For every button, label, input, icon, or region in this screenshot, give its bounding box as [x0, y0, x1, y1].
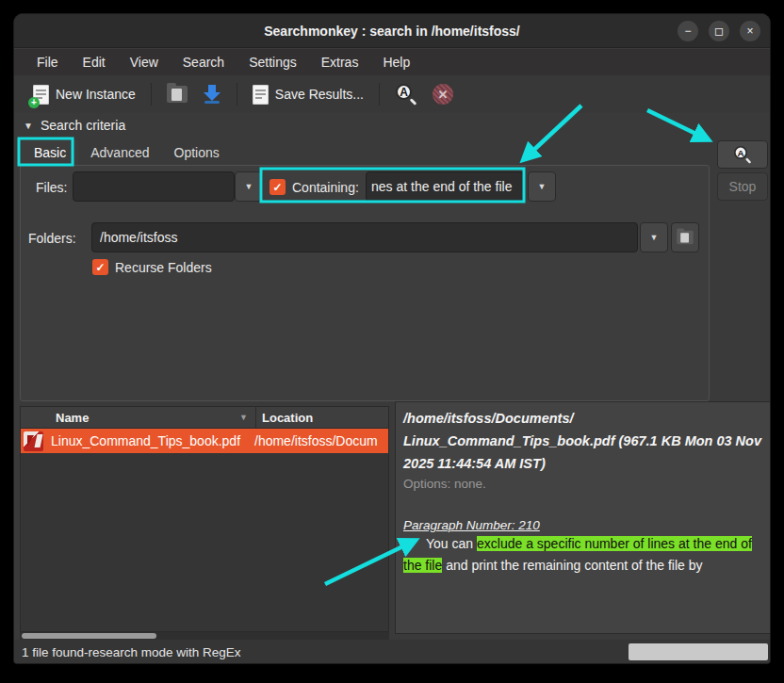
search-a-icon: A — [733, 145, 752, 164]
new-instance-label: New Instance — [56, 87, 136, 102]
recurse-folders-label: Recurse Folders — [115, 260, 212, 275]
toolbar-separator — [151, 83, 152, 106]
stop-search-button[interactable]: Stop — [717, 172, 768, 201]
toolbar: + New Instance Save Results... — [14, 75, 770, 113]
files-input[interactable] — [73, 171, 235, 202]
details-file-info: Linux_Command_Tips_book.pdf (967.1 KB Mo… — [403, 433, 761, 471]
sort-desc-icon: ▼ — [239, 413, 248, 422]
horizontal-scrollbar[interactable] — [20, 632, 389, 640]
files-dropdown-button[interactable]: ▼ — [235, 171, 263, 202]
statusbar: 1 file found-research mode with RegEx — [14, 640, 770, 664]
folders-input[interactable] — [91, 222, 638, 252]
start-search-toolbar-button[interactable]: A — [387, 79, 425, 109]
toolbar-separator — [237, 83, 237, 106]
cancel-search-toolbar-button[interactable]: ✕ — [425, 80, 461, 108]
searchmonkey-window: Searchmonkey : search in /home/itsfoss/ … — [13, 13, 771, 664]
match-text: You can exclude a specific number of lin… — [403, 533, 767, 577]
menu-settings[interactable]: Settings — [249, 55, 297, 70]
result-location: /home/itsfoss/Docum — [254, 433, 378, 448]
screenshot-stage: Searchmonkey : search in /home/itsfoss/ … — [0, 0, 784, 683]
tab-options[interactable]: Options — [162, 140, 232, 165]
details-path: /home/itsfoss/Documents/ — [403, 411, 573, 426]
browse-folder-button[interactable] — [671, 222, 699, 252]
toolbar-separator — [379, 83, 380, 106]
stop-label: Stop — [729, 179, 757, 194]
menu-help[interactable]: Help — [383, 55, 410, 70]
window-title: Searchmonkey : search in /home/itsfoss/ — [264, 24, 520, 39]
tab-advanced[interactable]: Advanced — [78, 140, 161, 165]
result-name: Linux_Command_Tips_book.pdf — [51, 433, 254, 448]
containing-label: Containing: — [292, 180, 359, 195]
blue-down-arrow-icon — [203, 84, 221, 105]
titlebar: Searchmonkey : search in /home/itsfoss/ … — [14, 14, 770, 48]
save-results-label: Save Results... — [275, 87, 364, 102]
document-plus-icon: + — [33, 85, 49, 105]
close-button[interactable]: × — [740, 21, 760, 41]
save-results-button[interactable]: Save Results... — [245, 81, 371, 108]
recurse-folders-checkbox[interactable]: ✓ — [92, 259, 108, 275]
progress-bar — [629, 643, 768, 660]
minimize-button[interactable]: − — [678, 21, 698, 41]
containing-dropdown-button[interactable]: ▼ — [528, 171, 556, 202]
folder-document-icon — [167, 86, 188, 103]
criteria-tabs: Basic Advanced Options — [22, 140, 232, 165]
files-label: Files: — [36, 180, 67, 195]
chevron-down-icon: ▼ — [245, 182, 253, 191]
search-a-icon: A — [395, 83, 417, 106]
paragraph-number-label: Paragraph Number: 210 — [403, 518, 771, 532]
chevron-down-icon: ▼ — [650, 233, 659, 242]
menu-edit[interactable]: Edit — [83, 55, 106, 70]
containing-checkbox[interactable]: ✓ — [270, 179, 286, 195]
menu-extras[interactable]: Extras — [321, 55, 359, 70]
scrollbar-thumb[interactable] — [22, 633, 156, 639]
check-icon: ✓ — [272, 182, 282, 193]
open-folder-button[interactable] — [159, 82, 195, 106]
details-options: Options: none. — [403, 475, 771, 494]
cancel-x-icon: ✕ — [433, 84, 453, 105]
results-list: Name ▼ Location Linux_Command_Tips_book.… — [20, 406, 389, 632]
folders-dropdown-button[interactable]: ▼ — [640, 222, 668, 252]
search-criteria-label: Search criteria — [41, 118, 125, 133]
menu-file[interactable]: File — [37, 55, 58, 70]
check-icon: ✓ — [95, 262, 105, 273]
document-icon — [253, 85, 269, 105]
search-criteria-expander[interactable]: ▼ Search criteria — [24, 118, 125, 133]
basic-tab-panel: Files: ▼ ✓ Containing: ▼ Folders: ▼ ✓ — [20, 165, 710, 401]
new-instance-button[interactable]: + New Instance — [25, 81, 143, 108]
column-header-location[interactable]: Location — [256, 407, 318, 428]
menu-search[interactable]: Search — [183, 55, 224, 70]
results-header: Name ▼ Location — [21, 407, 388, 429]
expander-triangle-icon: ▼ — [24, 121, 33, 131]
status-text: 1 file found-research mode with RegEx — [22, 645, 241, 659]
details-pane: /home/itsfoss/Documents/ Linux_Command_T… — [395, 401, 771, 634]
maximize-button[interactable]: ◻ — [709, 21, 729, 41]
start-search-button[interactable]: A — [717, 140, 768, 169]
column-header-name[interactable]: Name ▼ — [21, 407, 256, 428]
chevron-down-icon: ▼ — [538, 182, 547, 191]
folders-label: Folders: — [28, 231, 76, 246]
containing-input[interactable] — [366, 171, 524, 202]
result-row-selected[interactable]: Linux_Command_Tips_book.pdf /home/itsfos… — [21, 429, 388, 453]
menubar: File Edit View Search Settings Extras He… — [14, 49, 770, 75]
menu-view[interactable]: View — [130, 55, 158, 70]
pdf-file-icon — [24, 431, 43, 451]
folder-browse-icon — [677, 231, 694, 244]
tab-basic[interactable]: Basic — [22, 140, 78, 165]
import-results-button[interactable] — [195, 80, 229, 108]
